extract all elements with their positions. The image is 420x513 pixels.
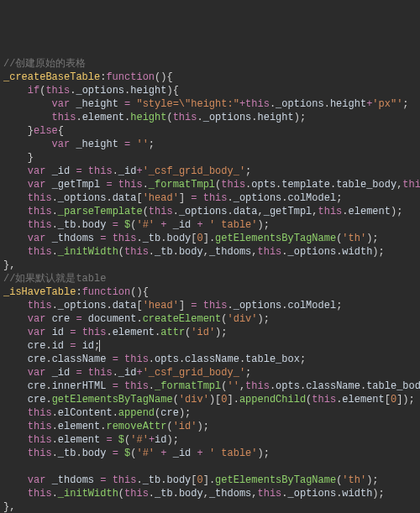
keyword-if: if xyxy=(28,85,39,97)
text-cursor xyxy=(99,340,100,352)
code-editor[interactable]: //创建原始的表格 _createBaseTable:function(){ i… xyxy=(3,57,420,513)
comment: //创建原始的表格 xyxy=(3,58,86,70)
method-name: _createBaseTable xyxy=(3,71,100,83)
comment: //如果默认就是table xyxy=(3,273,106,285)
keyword-function: function xyxy=(106,71,155,83)
keyword-this: this xyxy=(45,85,70,97)
keyword-var: var xyxy=(52,98,71,110)
keyword-else: else xyxy=(34,125,58,137)
fn-call: height xyxy=(130,112,166,123)
method-name: _isHaveTable xyxy=(3,286,76,298)
